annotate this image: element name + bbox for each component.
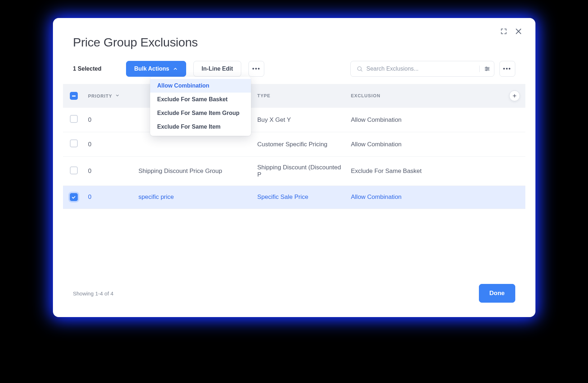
cell-exclusion: Exclude For Same Basket <box>347 157 504 186</box>
table-row[interactable]: 0Customer Specific PricingAllow Combinat… <box>63 132 525 157</box>
more-icon: ••• <box>252 66 261 72</box>
done-button[interactable]: Done <box>479 284 515 303</box>
column-priority-label: Priority <box>88 94 112 99</box>
row-checkbox[interactable] <box>70 193 78 201</box>
table-more-button[interactable]: ••• <box>499 61 515 77</box>
price-group-exclusions-modal: Price Group Exclusions 1 Selected Bulk A… <box>53 18 535 317</box>
modal-header: Price Group Exclusions <box>53 18 535 61</box>
pagination-text: Showing 1-4 of 4 <box>73 290 114 297</box>
cell-type: Shipping Discount (Discounted P <box>254 157 347 186</box>
cell-type: Customer Specific Pricing <box>254 132 347 157</box>
modal-top-controls <box>500 27 522 35</box>
cell-group: specific price <box>135 186 254 209</box>
inline-edit-label: In-Line Edit <box>202 66 233 72</box>
dropdown-item-exclude-same-item-group[interactable]: Exclude For Same Item Group <box>150 106 251 120</box>
exclusions-table-wrap: Priority Type Exclusion 0Buy X G <box>53 84 535 276</box>
table-header: Priority Type Exclusion <box>63 84 525 108</box>
fullscreen-icon[interactable] <box>500 28 507 35</box>
dropdown-item-exclude-same-basket[interactable]: Exclude For Same Basket <box>150 93 251 106</box>
cell-exclusion: Allow Combination <box>347 132 504 157</box>
modal-footer: Showing 1-4 of 4 Done <box>53 276 535 317</box>
chevron-down-icon <box>115 93 120 98</box>
filter-icon[interactable] <box>479 66 490 72</box>
bulk-actions-button[interactable]: Bulk Actions <box>126 61 186 77</box>
cell-group: Shipping Discount Price Group <box>135 157 254 186</box>
table-row[interactable]: 0Buy X Get YAllow Combination <box>63 108 525 132</box>
svg-point-4 <box>487 68 488 70</box>
chevron-up-icon <box>173 66 178 71</box>
dropdown-item-exclude-same-item[interactable]: Exclude For Same Item <box>150 120 251 134</box>
toolbar-right: ••• <box>350 61 515 77</box>
close-icon[interactable] <box>515 27 522 35</box>
add-row-button[interactable] <box>509 90 520 101</box>
search-icon <box>356 66 363 72</box>
cell-type: Buy X Get Y <box>254 108 347 132</box>
more-actions-button[interactable]: ••• <box>248 61 264 77</box>
row-checkbox[interactable] <box>70 166 78 174</box>
table-body: 0Buy X Get YAllow Combination0Customer S… <box>63 108 525 209</box>
cell-exclusion: Allow Combination <box>347 186 504 209</box>
bulk-actions-dropdown: Allow Combination Exclude For Same Baske… <box>150 77 251 136</box>
more-icon: ••• <box>503 66 511 72</box>
column-add <box>504 84 525 108</box>
search-input[interactable] <box>363 66 476 72</box>
cell-exclusion: Allow Combination <box>347 108 504 132</box>
modal-title: Price Group Exclusions <box>73 35 515 49</box>
svg-point-6 <box>486 70 487 71</box>
selection-count: 1 Selected <box>73 66 102 72</box>
column-select-all <box>63 84 85 108</box>
column-priority[interactable]: Priority <box>85 84 135 108</box>
row-checkbox[interactable] <box>70 139 78 147</box>
bulk-actions-label: Bulk Actions <box>134 66 169 72</box>
search-box <box>350 61 494 77</box>
cell-priority: 0 <box>85 186 135 209</box>
table-row[interactable]: 0specific priceSpecific Sale PriceAllow … <box>63 186 525 209</box>
dropdown-item-allow-combination[interactable]: Allow Combination <box>150 79 251 93</box>
exclusions-table: Priority Type Exclusion 0Buy X G <box>63 84 525 209</box>
done-label: Done <box>489 290 505 297</box>
column-exclusion[interactable]: Exclusion <box>347 84 504 108</box>
cell-priority: 0 <box>85 132 135 157</box>
cell-priority: 0 <box>85 157 135 186</box>
column-type[interactable]: Type <box>254 84 347 108</box>
inline-edit-button[interactable]: In-Line Edit <box>193 61 241 77</box>
table-row[interactable]: 0Shipping Discount Price GroupShipping D… <box>63 157 525 186</box>
svg-point-2 <box>486 67 487 68</box>
row-checkbox[interactable] <box>70 115 78 123</box>
select-all-checkbox[interactable] <box>70 92 78 100</box>
toolbar: 1 Selected Bulk Actions In-Line Edit •••… <box>53 61 535 84</box>
cell-priority: 0 <box>85 108 135 132</box>
cell-type: Specific Sale Price <box>254 186 347 209</box>
